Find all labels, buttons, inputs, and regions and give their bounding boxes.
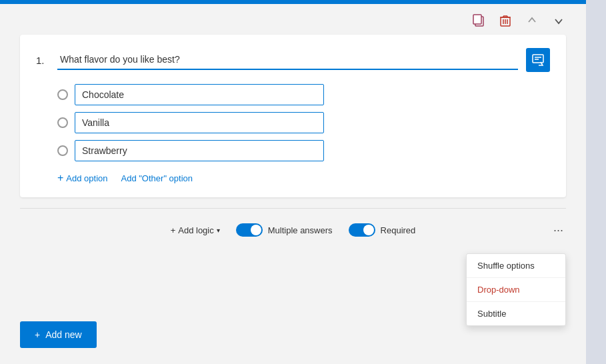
required-group: Required xyxy=(349,223,416,237)
add-new-button[interactable]: + Add new xyxy=(20,321,97,348)
bottom-toolbar: + Add logic ▾ Multiple answers Required … xyxy=(0,219,586,241)
question-action-button[interactable] xyxy=(526,48,550,72)
radio-chocolate[interactable] xyxy=(57,89,68,100)
option-row xyxy=(57,140,550,161)
divider xyxy=(20,208,566,209)
shuffle-options-item[interactable]: Shuffle options xyxy=(467,254,565,278)
subtitle-label: Subtitle xyxy=(477,309,506,319)
multiple-answers-group: Multiple answers xyxy=(236,223,333,237)
add-other-option-button[interactable]: Add "Other" option xyxy=(121,173,193,183)
dropdown-item[interactable]: Drop-down xyxy=(467,278,565,302)
copy-icon[interactable] xyxy=(471,13,486,28)
chevron-down-icon: ▾ xyxy=(217,227,220,234)
multiple-answers-toggle[interactable] xyxy=(236,223,263,237)
question-number: 1. xyxy=(36,55,49,66)
radio-strawberry[interactable] xyxy=(57,145,68,156)
radio-vanilla[interactable] xyxy=(57,117,68,128)
svg-rect-1 xyxy=(473,15,481,24)
option-input-strawberry[interactable] xyxy=(75,140,324,161)
sidebar xyxy=(586,0,606,364)
question-row: 1. xyxy=(36,48,550,72)
add-logic-button[interactable]: + Add logic ▾ xyxy=(171,225,220,235)
toolbar-row xyxy=(0,4,586,35)
required-toggle[interactable] xyxy=(349,223,375,237)
svg-rect-10 xyxy=(533,55,543,63)
context-menu: Shuffle options Drop-down Subtitle xyxy=(466,253,566,326)
add-options-row: + Add option Add "Other" option xyxy=(57,172,550,184)
move-down-icon[interactable] xyxy=(551,13,566,28)
add-logic-label: Add logic xyxy=(178,225,213,235)
add-other-label: Add "Other" option xyxy=(121,173,193,183)
more-options-button[interactable]: ··· xyxy=(551,223,566,237)
option-input-vanilla[interactable] xyxy=(75,112,324,133)
subtitle-item[interactable]: Subtitle xyxy=(467,302,565,325)
plus-icon: + xyxy=(171,225,176,235)
multiple-answers-label: Multiple answers xyxy=(268,225,333,235)
add-option-label: Add option xyxy=(66,173,107,183)
option-input-chocolate[interactable] xyxy=(75,84,324,105)
delete-icon[interactable] xyxy=(498,13,513,28)
option-row xyxy=(57,84,550,105)
plus-icon: + xyxy=(57,172,63,184)
question-input[interactable] xyxy=(57,50,518,70)
required-label: Required xyxy=(381,225,416,235)
question-card: 1. xyxy=(20,35,566,197)
shuffle-options-label: Shuffle options xyxy=(477,261,535,271)
dropdown-label: Drop-down xyxy=(477,285,520,295)
add-new-label: Add new xyxy=(45,329,81,340)
options-list xyxy=(57,84,550,161)
footer: + Add new xyxy=(0,345,586,364)
add-new-plus-icon: + xyxy=(35,329,40,340)
option-row xyxy=(57,112,550,133)
move-up-icon[interactable] xyxy=(525,13,539,28)
add-option-button[interactable]: + Add option xyxy=(57,172,108,184)
